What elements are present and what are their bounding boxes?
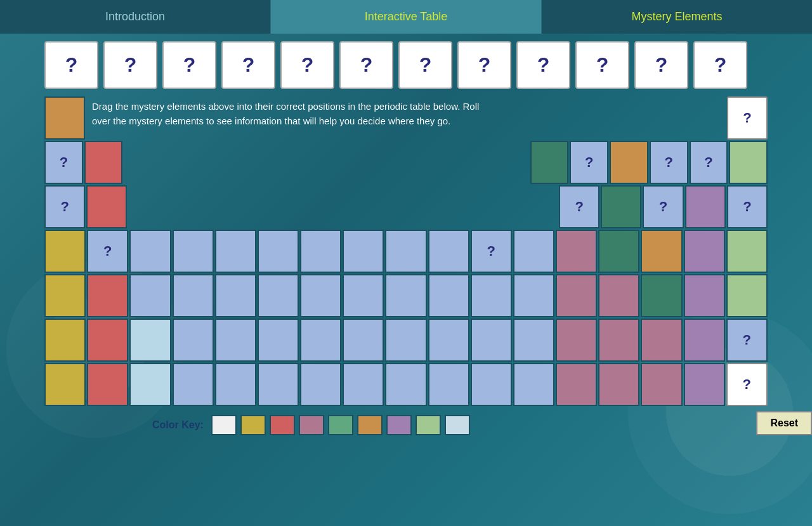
cell-4-6[interactable] <box>258 230 299 273</box>
cell-7-8[interactable] <box>343 363 384 406</box>
cell-4-13[interactable] <box>556 230 597 273</box>
cell-5-15[interactable] <box>641 274 682 317</box>
cell-5-16[interactable] <box>684 274 725 317</box>
cell-2-17[interactable]: ? <box>690 141 728 184</box>
cell-5-3[interactable] <box>129 274 171 317</box>
cell-7-13[interactable] <box>556 363 597 406</box>
cell-4-11[interactable]: ? <box>471 230 512 273</box>
cell-3-13[interactable]: ? <box>559 185 599 228</box>
cell-7-1[interactable] <box>44 363 86 406</box>
mystery-card-12[interactable]: ? <box>693 41 747 89</box>
cell-4-7[interactable] <box>300 230 341 273</box>
cell-7-16[interactable] <box>684 363 725 406</box>
cell-4-15[interactable] <box>641 230 682 273</box>
cell-4-3[interactable] <box>129 230 171 273</box>
cell-4-12[interactable] <box>513 230 554 273</box>
cell-4-10[interactable] <box>428 230 469 273</box>
cell-5-6[interactable] <box>258 274 299 317</box>
cell-7-6[interactable] <box>258 363 299 406</box>
mystery-card-11[interactable]: ? <box>634 41 688 89</box>
cell-4-9[interactable] <box>385 230 426 273</box>
cell-6-5[interactable] <box>215 319 256 362</box>
cell-4-14[interactable] <box>598 230 639 273</box>
cell-7-9[interactable] <box>385 363 426 406</box>
cell-7-5[interactable] <box>215 363 256 406</box>
cell-5-5[interactable] <box>215 274 256 317</box>
cell-6-4[interactable] <box>173 319 214 362</box>
cell-3-16[interactable] <box>685 185 726 228</box>
mystery-card-6[interactable]: ? <box>339 41 393 89</box>
cell-2-2[interactable] <box>84 141 123 184</box>
cell-4-1[interactable] <box>44 230 86 273</box>
cell-6-8[interactable] <box>343 319 384 362</box>
cell-7-2[interactable] <box>87 363 128 406</box>
cell-7-7[interactable] <box>300 363 341 406</box>
mystery-card-4[interactable]: ? <box>221 41 275 89</box>
mystery-card-8[interactable]: ? <box>457 41 511 89</box>
cell-5-9[interactable] <box>385 274 426 317</box>
cell-6-14[interactable] <box>598 319 639 362</box>
cell-4-2[interactable]: ? <box>87 230 128 273</box>
cell-5-2[interactable] <box>87 274 128 317</box>
mystery-card-3[interactable]: ? <box>162 41 216 89</box>
cell-7-10[interactable] <box>428 363 469 406</box>
cell-7-12[interactable] <box>513 363 554 406</box>
cell-2-15[interactable] <box>610 141 648 184</box>
cell-5-11[interactable] <box>471 274 512 317</box>
cell-3-17[interactable]: ? <box>727 185 768 228</box>
cell-5-14[interactable] <box>598 274 639 317</box>
cell-7-11[interactable] <box>471 363 512 406</box>
cell-2-18[interactable] <box>729 141 768 184</box>
mystery-card-10[interactable]: ? <box>575 41 629 89</box>
cell-4-4[interactable] <box>173 230 214 273</box>
cell-2-14[interactable]: ? <box>570 141 608 184</box>
cell-4-8[interactable] <box>343 230 384 273</box>
cell-1-18[interactable]: ? <box>727 96 768 140</box>
cell-5-13[interactable] <box>556 274 597 317</box>
cell-6-13[interactable] <box>556 319 597 362</box>
cell-6-3[interactable] <box>129 319 171 362</box>
cell-6-7[interactable] <box>300 319 341 362</box>
cell-3-1[interactable]: ? <box>44 185 85 228</box>
cell-7-15[interactable] <box>641 363 682 406</box>
cell-5-4[interactable] <box>173 274 214 317</box>
cell-5-1[interactable] <box>44 274 86 317</box>
cell-6-10[interactable] <box>428 319 469 362</box>
cell-5-10[interactable] <box>428 274 469 317</box>
cell-2-1[interactable]: ? <box>44 141 83 184</box>
tab-mystery-elements[interactable]: Mystery Elements <box>542 0 812 34</box>
cell-5-12[interactable] <box>513 274 554 317</box>
cell-7-3[interactable] <box>129 363 171 406</box>
cell-5-17[interactable] <box>726 274 768 317</box>
cell-6-16[interactable] <box>684 319 725 362</box>
cell-6-2[interactable] <box>87 319 128 362</box>
cell-6-17[interactable]: ? <box>726 319 768 362</box>
cell-4-5[interactable] <box>215 230 256 273</box>
cell-2-13[interactable] <box>530 141 569 184</box>
cell-6-15[interactable] <box>641 319 682 362</box>
cell-4-16[interactable] <box>684 230 725 273</box>
cell-7-14[interactable] <box>598 363 639 406</box>
cell-5-8[interactable] <box>343 274 384 317</box>
cell-3-2[interactable] <box>86 185 127 228</box>
mystery-card-2[interactable]: ? <box>103 41 157 89</box>
cell-6-12[interactable] <box>513 319 554 362</box>
cell-3-15[interactable]: ? <box>643 185 683 228</box>
mystery-card-1[interactable]: ? <box>44 41 98 89</box>
cell-3-14[interactable] <box>601 185 641 228</box>
cell-7-17[interactable]: ? <box>726 363 768 406</box>
cell-2-16[interactable]: ? <box>650 141 688 184</box>
cell-6-11[interactable] <box>471 319 512 362</box>
cell-6-1[interactable] <box>44 319 86 362</box>
cell-6-6[interactable] <box>258 319 299 362</box>
reset-button[interactable]: Reset <box>756 411 812 435</box>
cell-7-4[interactable] <box>173 363 214 406</box>
tab-introduction[interactable]: Introduction <box>0 0 271 34</box>
tab-interactive-table[interactable]: Interactive Table <box>271 0 542 34</box>
mystery-card-7[interactable]: ? <box>398 41 452 89</box>
mystery-card-5[interactable]: ? <box>280 41 334 89</box>
cell-6-9[interactable] <box>385 319 426 362</box>
cell-4-17[interactable] <box>726 230 768 273</box>
cell-1-1[interactable] <box>44 96 85 140</box>
cell-5-7[interactable] <box>300 274 341 317</box>
